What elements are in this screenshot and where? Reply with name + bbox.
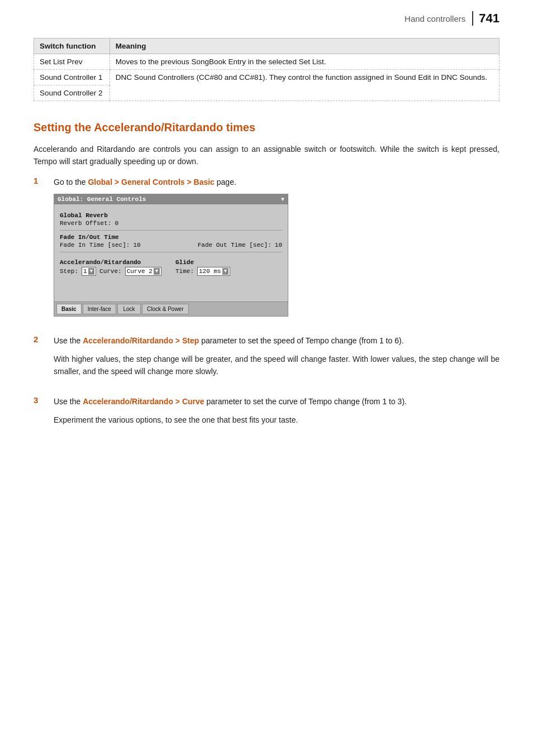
ui-curve-arrow-icon: ▼ [154,268,160,275]
step-number-3: 3 [34,395,54,405]
ui-step-label: Step: [60,268,78,275]
ui-curve-select[interactable]: Curve 2 ▼ [125,267,162,276]
step-2: 2 Use the Accelerando/Ritardando > Step … [34,334,499,385]
ui-accel-col: Accelerando/Ritardando Step: 1 ▼ Curve: … [60,256,166,278]
step-3-extra: Experiment the various options, to see t… [54,414,499,426]
ui-tab-clock-power[interactable]: Clock & Power [142,304,189,314]
ui-fade-row: Fade In Time [sec]: 10 Fade Out Time [se… [60,242,282,248]
step-2-text: Use the Accelerando/Ritardando > Step pa… [54,334,499,347]
ui-reverb-offset-value: 0 [115,220,118,227]
ui-curve-value: Curve 2 [127,268,153,275]
step-1-content: Go to the Global > General Controls > Ba… [54,176,499,324]
ui-reverb-offset-label: Reverb Offset: [60,220,111,227]
ui-time-value: 120 ms [199,268,221,275]
ui-curve-label: Curve: [99,268,122,275]
switch-meaning-1: Moves to the previous SongBook Entry in … [110,54,499,70]
ui-fade-in-label: Fade In Time [sec]: [60,242,130,248]
ui-step-select[interactable]: 1 ▼ [82,267,96,276]
step-1-text-part-1: Go to the [54,178,88,186]
step-2-extra: With higher values, the step change will… [54,353,499,378]
step-1: 1 Go to the Global > General Controls > … [34,176,499,324]
step-2-text-part-3: parameter to set the speed of Tempo chan… [199,336,403,345]
ui-step-arrow-icon: ▼ [88,268,94,275]
step-number-2: 2 [34,334,54,344]
ui-divider-1 [60,230,282,231]
switch-name-3: Sound Controller 2 [34,85,110,101]
ui-fade-out-label: Fade Out Time [sec]: [198,242,272,248]
ui-time-select[interactable]: 120 ms ▼ [197,267,230,276]
step-number-1: 1 [34,176,54,185]
step-3: 3 Use the Accelerando/Ritardando > Curve… [34,395,499,434]
table-row: Set List Prev Moves to the previous Song… [34,54,499,70]
table-row: Sound Controller 1 DNC Sound Controllers… [34,70,499,85]
page-header: Hand controllers 741 [34,11,499,28]
step-2-highlight: Accelerando/Ritardando > Step [83,336,199,345]
step-2-text-part-1: Use the [54,336,83,345]
step-1-text: Go to the Global > General Controls > Ba… [54,176,499,188]
ui-time-row: Time: 120 ms ▼ [175,267,282,276]
ui-glide-label: Glide [175,259,282,266]
switch-name-1: Set List Prev [34,54,110,70]
ui-spacer [60,280,282,297]
ui-divider-2 [60,252,282,252]
step-3-highlight: Accelerando/Ritardando > Curve [83,397,204,406]
ui-tab-interface[interactable]: Inter-face [83,304,116,314]
step-3-text: Use the Accelerando/Ritardando > Curve p… [54,395,499,408]
ui-fade-in-value: 10 [133,242,140,248]
step-3-text-part-3: parameter to set the curve of Tempo chan… [204,397,407,406]
col-header-meaning: Meaning [110,39,499,54]
ui-fade-out-value: 10 [275,242,282,248]
step-2-content: Use the Accelerando/Ritardando > Step pa… [54,334,499,385]
ui-step-value: 1 [83,268,87,275]
col-header-switch: Switch function [34,39,110,54]
ui-accel-glide-row: Accelerando/Ritardando Step: 1 ▼ Curve: … [60,256,282,278]
ui-step-row: Step: 1 ▼ Curve: Curve 2 ▼ [60,267,166,276]
ui-titlebar: Global: General Controls ▼ [54,194,288,204]
ui-accel-label: Accelerando/Ritardando [60,259,166,266]
ui-screenshot-panel: Global: General Controls ▼ Global Reverb… [54,194,288,317]
ui-time-arrow-icon: ▼ [222,268,229,275]
step-3-content: Use the Accelerando/Ritardando > Curve p… [54,395,499,434]
section-intro: Accelerando and Ritardando are controls … [34,143,499,168]
ui-panel-body: Global Reverb Reverb Offset: 0 Fade In/O… [54,204,288,302]
switch-name-2: Sound Controller 1 [34,70,110,85]
ui-tab-basic[interactable]: Basic [56,304,82,314]
ui-reverb-offset-row: Reverb Offset: 0 [60,220,282,227]
ui-glide-col: Glide Time: 120 ms ▼ [175,256,282,278]
ui-tab-lock[interactable]: Lock [117,304,141,314]
ui-bottom-tabs: Basic Inter-face Lock Clock & Power [54,302,288,316]
ui-fade-label: Fade In/Out Time [60,234,282,241]
ui-titlebar-arrow-icon: ▼ [281,197,284,203]
switch-function-table: Switch function Meaning Set List Prev Mo… [34,38,499,101]
step-3-text-part-1: Use the [54,397,83,406]
section-heading: Setting the Accelerando/Ritardando times [34,121,499,134]
ui-global-reverb-label: Global Reverb [60,212,282,219]
switch-meaning-2: DNC Sound Controllers (CC#80 and CC#81).… [110,70,499,101]
ui-titlebar-title: Global: General Controls [58,196,146,203]
step-1-highlight: Global > General Controls > Basic [88,178,214,186]
page-header-title: Hand controllers [404,14,465,23]
page-number: 741 [472,11,499,26]
step-1-text-part-3: page. [215,178,236,186]
ui-time-label: Time: [175,268,194,275]
